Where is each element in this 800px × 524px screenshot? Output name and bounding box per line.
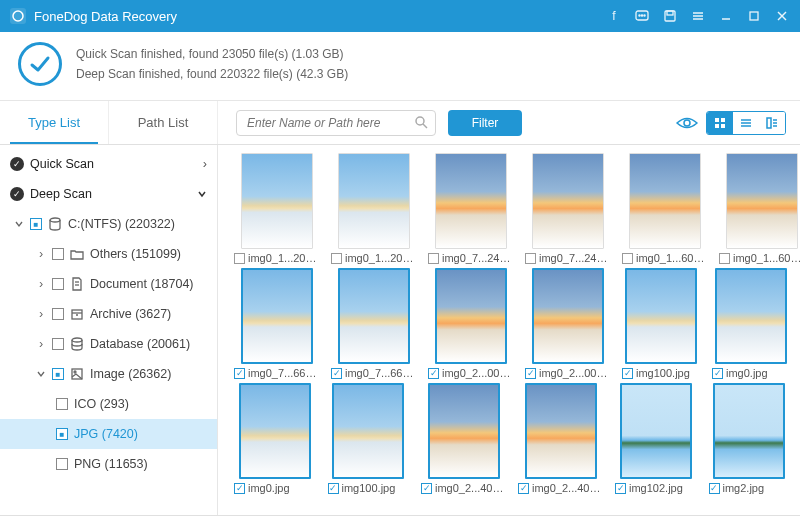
checkbox[interactable] bbox=[615, 483, 626, 494]
sidebar-item-ico[interactable]: ICO (293) bbox=[0, 389, 217, 419]
view-controls bbox=[676, 111, 786, 135]
checkbox[interactable] bbox=[234, 253, 245, 264]
checkbox[interactable] bbox=[30, 218, 42, 230]
sidebar-item-jpg[interactable]: JPG (7420) bbox=[0, 419, 217, 449]
thumbnail[interactable] bbox=[241, 153, 313, 249]
tab-type-list[interactable]: Type List bbox=[0, 101, 109, 144]
chevron-right-icon: › bbox=[36, 337, 46, 351]
checkbox[interactable] bbox=[622, 253, 633, 264]
svg-point-36 bbox=[74, 371, 76, 373]
thumbnail[interactable] bbox=[338, 153, 410, 249]
thumbnail[interactable] bbox=[625, 268, 697, 364]
svg-point-14 bbox=[416, 117, 424, 125]
checkbox[interactable] bbox=[331, 368, 342, 379]
sidebar-item-quick-scan[interactable]: ✓ Quick Scan › bbox=[0, 149, 217, 179]
checkbox[interactable] bbox=[428, 368, 439, 379]
database-icon bbox=[70, 337, 84, 351]
checkbox[interactable] bbox=[525, 368, 536, 379]
thumbnail[interactable] bbox=[435, 268, 507, 364]
checkbox[interactable] bbox=[234, 483, 245, 494]
thumbnail[interactable] bbox=[435, 153, 507, 249]
search-input[interactable] bbox=[236, 110, 436, 136]
label: Image (26362) bbox=[90, 367, 171, 381]
checkbox[interactable] bbox=[52, 278, 64, 290]
sidebar-item-database[interactable]: › Database (20061) bbox=[0, 329, 217, 359]
chevron-down-icon bbox=[197, 189, 207, 199]
checkbox[interactable] bbox=[719, 253, 730, 264]
scan-status: Quick Scan finished, found 23050 file(s)… bbox=[0, 32, 800, 101]
checkbox[interactable] bbox=[56, 428, 68, 440]
thumbnail[interactable] bbox=[620, 383, 692, 479]
thumbnail[interactable] bbox=[726, 153, 798, 249]
checkbox[interactable] bbox=[52, 368, 64, 380]
filter-button[interactable]: Filter bbox=[448, 110, 522, 136]
save-icon[interactable] bbox=[662, 8, 678, 24]
checkbox[interactable] bbox=[52, 308, 64, 320]
menu-icon[interactable] bbox=[690, 8, 706, 24]
thumbnail[interactable] bbox=[713, 383, 785, 479]
checkbox[interactable] bbox=[234, 368, 245, 379]
thumbnail[interactable] bbox=[241, 268, 313, 364]
checkbox[interactable] bbox=[52, 338, 64, 350]
feedback-icon[interactable] bbox=[634, 8, 650, 24]
view-detail-button[interactable] bbox=[759, 112, 785, 134]
close-icon[interactable] bbox=[774, 8, 790, 24]
label: Quick Scan bbox=[30, 157, 94, 171]
checkbox[interactable] bbox=[52, 248, 64, 260]
sidebar: ✓ Quick Scan › ✓ Deep Scan C:(NTFS) (220… bbox=[0, 145, 218, 515]
facebook-icon[interactable]: f bbox=[606, 8, 622, 24]
sidebar-item-archive[interactable]: › Archive (3627) bbox=[0, 299, 217, 329]
search-icon[interactable] bbox=[414, 115, 428, 129]
checkbox[interactable] bbox=[331, 253, 342, 264]
checkbox[interactable] bbox=[622, 368, 633, 379]
checkbox[interactable] bbox=[428, 253, 439, 264]
svg-point-0 bbox=[13, 11, 23, 21]
filename: img0_1...20.jpg bbox=[345, 252, 416, 264]
checkbox[interactable] bbox=[709, 483, 720, 494]
filename: img102.jpg bbox=[629, 482, 683, 494]
checkbox[interactable] bbox=[525, 253, 536, 264]
chevron-right-icon: › bbox=[36, 247, 46, 261]
thumbnail[interactable] bbox=[532, 268, 604, 364]
checkbox[interactable] bbox=[421, 483, 432, 494]
svg-rect-6 bbox=[667, 11, 673, 15]
archive-icon bbox=[70, 307, 84, 321]
toolbar: Type List Path List Filter bbox=[0, 101, 800, 145]
checkbox[interactable] bbox=[518, 483, 529, 494]
label: Database (20061) bbox=[90, 337, 190, 351]
thumbnail[interactable] bbox=[532, 153, 604, 249]
view-list-button[interactable] bbox=[733, 112, 759, 134]
checkbox[interactable] bbox=[328, 483, 339, 494]
svg-rect-24 bbox=[767, 118, 771, 128]
filename: img100.jpg bbox=[342, 482, 396, 494]
view-grid-button[interactable] bbox=[707, 112, 733, 134]
tab-path-list[interactable]: Path List bbox=[109, 101, 218, 144]
svg-rect-17 bbox=[715, 118, 719, 122]
checkbox[interactable] bbox=[56, 398, 68, 410]
sidebar-item-png[interactable]: PNG (11653) bbox=[0, 449, 217, 479]
svg-point-2 bbox=[639, 15, 640, 16]
deep-scan-status: Deep Scan finished, found 220322 file(s)… bbox=[76, 64, 348, 84]
sidebar-item-deep-scan[interactable]: ✓ Deep Scan bbox=[0, 179, 217, 209]
thumbnail[interactable] bbox=[239, 383, 311, 479]
preview-icon[interactable] bbox=[676, 116, 698, 130]
thumbnail[interactable] bbox=[338, 268, 410, 364]
titlebar-actions: f bbox=[606, 8, 790, 24]
sidebar-item-others[interactable]: › Others (151099) bbox=[0, 239, 217, 269]
sidebar-item-document[interactable]: › Document (18704) bbox=[0, 269, 217, 299]
checkbox[interactable] bbox=[712, 368, 723, 379]
thumbnail[interactable] bbox=[715, 268, 787, 364]
sidebar-item-drive[interactable]: C:(NTFS) (220322) bbox=[0, 209, 217, 239]
thumbnail[interactable] bbox=[525, 383, 597, 479]
maximize-icon[interactable] bbox=[746, 8, 762, 24]
label: C:(NTFS) (220322) bbox=[68, 217, 175, 231]
svg-line-15 bbox=[423, 124, 427, 128]
checkbox[interactable] bbox=[56, 458, 68, 470]
thumbnail[interactable] bbox=[629, 153, 701, 249]
svg-point-3 bbox=[641, 15, 642, 16]
sidebar-item-image[interactable]: Image (26362) bbox=[0, 359, 217, 389]
thumbnail[interactable] bbox=[332, 383, 404, 479]
chevron-down-icon bbox=[36, 370, 46, 378]
thumbnail[interactable] bbox=[428, 383, 500, 479]
minimize-icon[interactable] bbox=[718, 8, 734, 24]
